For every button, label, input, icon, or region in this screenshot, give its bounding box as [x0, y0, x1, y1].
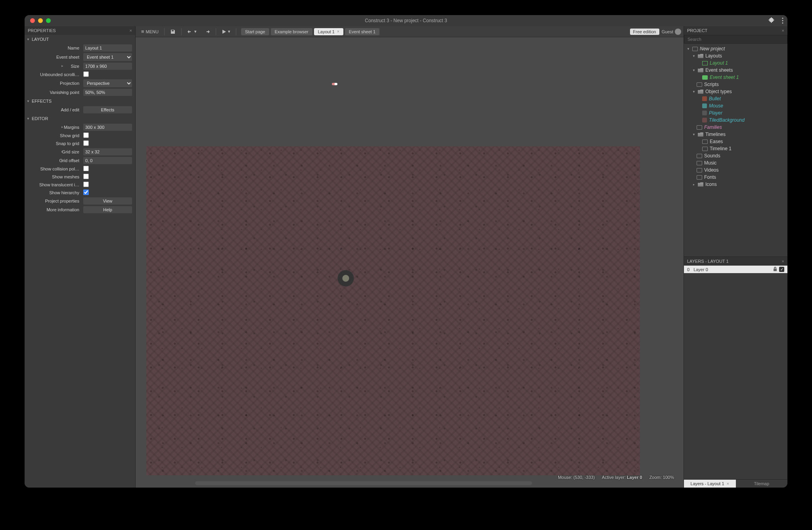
prop-label: Snap to grid [28, 141, 83, 146]
close-window-icon[interactable] [30, 18, 35, 23]
prop-label: Show meshes [28, 174, 83, 179]
menu-button[interactable]: ≡ MENU [138, 27, 162, 36]
prop-label: Project properties [28, 199, 83, 203]
tree-player[interactable]: Player [684, 109, 787, 117]
tree-tiledbackground[interactable]: TiledBackground [684, 117, 787, 124]
extension-icon[interactable] [768, 17, 775, 24]
prop-label: Add / edit [28, 107, 83, 112]
tree-families[interactable]: Families [684, 124, 787, 131]
prop-label: Vanishing point [28, 90, 83, 95]
svg-point-2 [782, 23, 783, 24]
tab-example-browser[interactable]: Example browser [271, 28, 312, 35]
layout-section[interactable]: LAYOUT [25, 35, 135, 44]
snap-grid-checkbox[interactable] [83, 140, 89, 146]
close-icon[interactable]: × [782, 259, 784, 264]
tree-icons[interactable]: ▸Icons [684, 181, 787, 188]
grid-size-input[interactable] [83, 148, 132, 155]
object-icon [702, 118, 707, 122]
svg-point-0 [782, 18, 783, 19]
show-grid-checkbox[interactable] [83, 132, 89, 138]
tree-eases[interactable]: Eases [684, 138, 787, 145]
horizontal-scrollbar[interactable] [195, 481, 532, 485]
close-icon[interactable]: × [130, 28, 132, 33]
tree-mouse[interactable]: Mouse [684, 102, 787, 109]
svg-point-1 [782, 20, 783, 21]
tree-layout-1[interactable]: Layout 1 [684, 59, 787, 67]
view-button[interactable]: View [83, 197, 132, 205]
object-icon [702, 103, 707, 108]
tree-fonts[interactable]: Fonts [684, 174, 787, 181]
bullet-sprite[interactable] [332, 83, 337, 85]
layout-canvas[interactable]: Mouse: (530, -333) Active layer: Layer 0… [136, 37, 684, 488]
prop-label: More information [28, 207, 83, 212]
project-panel-title: PROJECT [687, 28, 707, 33]
close-icon[interactable]: × [782, 28, 784, 33]
object-icon [702, 96, 707, 101]
tab-tilemap[interactable]: Tilemap [736, 480, 788, 488]
tree-event-sheets[interactable]: ▼Event sheets [684, 67, 787, 74]
prop-label: Show hierarchy [28, 190, 83, 195]
tiled-background[interactable] [146, 146, 640, 475]
tree-layouts[interactable]: ▼Layouts [684, 52, 787, 59]
lock-icon[interactable] [773, 267, 778, 272]
tree-scripts[interactable]: Scripts [684, 81, 787, 88]
play-button[interactable]: ▾ [218, 27, 234, 36]
guest-user[interactable]: Guest [662, 29, 681, 35]
free-edition-badge[interactable]: Free edition [630, 29, 659, 35]
tree-sounds[interactable]: Sounds [684, 152, 787, 159]
redo-button[interactable] [201, 27, 213, 36]
save-button[interactable] [167, 27, 179, 36]
player-sprite[interactable] [334, 267, 358, 295]
show-hierarchy-checkbox[interactable] [83, 189, 89, 195]
prop-label: Show grid [28, 133, 83, 138]
editor-section[interactable]: EDITOR [25, 114, 135, 123]
close-tab-icon[interactable]: × [337, 29, 339, 34]
titlebar: Construct 3 - New project - Construct 3 [25, 15, 787, 26]
layout-icon [702, 61, 708, 65]
layer-row[interactable]: 0 Layer 0 ✓ [684, 266, 787, 273]
undo-button[interactable]: ▾ [184, 27, 200, 36]
tree-music[interactable]: Music [684, 159, 787, 166]
tree-event-sheet-1[interactable]: Event sheet 1 [684, 74, 787, 81]
tree-root[interactable]: ▼New project [684, 45, 787, 52]
kebab-menu-icon[interactable] [782, 17, 783, 24]
window-title: Construct 3 - New project - Construct 3 [365, 18, 447, 23]
layers-panel-title: LAYERS - LAYOUT 1 [687, 259, 729, 264]
maximize-window-icon[interactable] [46, 18, 51, 23]
prop-label: Show collision pol… [28, 166, 83, 171]
event-sheet-select[interactable]: Event sheet 1 [83, 53, 132, 61]
prop-label: Grid offset [28, 158, 83, 163]
mouse-coords: Mouse: (530, -333) [558, 475, 595, 480]
tree-timelines[interactable]: ▼Timelines [684, 131, 787, 138]
tree-bullet[interactable]: Bullet [684, 95, 787, 102]
prop-label: Show translucent i… [28, 182, 83, 187]
search-input[interactable] [684, 35, 787, 44]
show-meshes-checkbox[interactable] [83, 174, 89, 179]
tree-object-types[interactable]: ▼Object types [684, 88, 787, 95]
grid-offset-input[interactable] [83, 157, 132, 164]
tab-event-sheet-1[interactable]: Event sheet 1 [345, 28, 379, 35]
projection-select[interactable]: Perspective [83, 79, 132, 87]
name-input[interactable] [83, 44, 132, 52]
show-translucent-checkbox[interactable] [83, 182, 89, 187]
visibility-checkbox[interactable]: ✓ [779, 267, 784, 272]
tab-layers[interactable]: Layers - Layout 1× [684, 480, 736, 488]
layer-name: Layer 0 [693, 267, 708, 272]
tab-layout-1[interactable]: Layout 1× [314, 28, 343, 35]
size-input[interactable] [83, 63, 132, 70]
tree-timeline-1[interactable]: Timeline 1 [684, 145, 787, 152]
vanishing-input[interactable] [83, 89, 132, 96]
minimize-window-icon[interactable] [38, 18, 43, 23]
tree-videos[interactable]: Videos [684, 166, 787, 174]
show-collision-checkbox[interactable] [83, 166, 89, 171]
effects-button[interactable]: Effects [83, 106, 132, 113]
prop-label: Event sheet [28, 55, 83, 59]
help-button[interactable]: Help [83, 206, 132, 213]
unbounded-checkbox[interactable] [83, 71, 89, 77]
margins-input[interactable] [83, 124, 132, 131]
tab-start-page[interactable]: Start page [241, 28, 269, 35]
avatar-icon [675, 29, 681, 35]
close-tab-icon[interactable]: × [727, 481, 729, 486]
effects-section[interactable]: EFFECTS [25, 97, 135, 105]
zoom-level: Zoom: 100% [649, 475, 674, 480]
